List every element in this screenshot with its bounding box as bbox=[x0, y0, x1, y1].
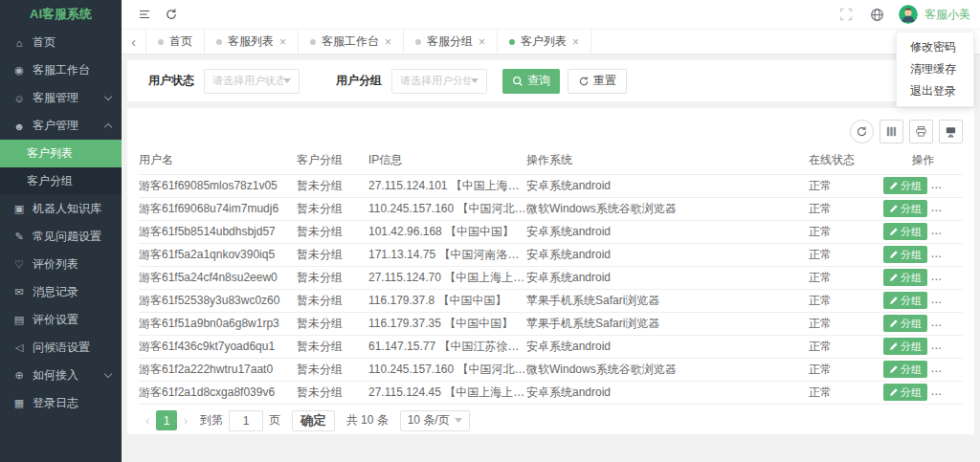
tab-label: 客服列表 bbox=[228, 33, 274, 50]
pencil-icon bbox=[889, 387, 899, 397]
assign-group-button[interactable]: 分组 bbox=[883, 246, 927, 263]
chevron-down-icon bbox=[471, 78, 479, 83]
sidebar-item-robot-knowledge[interactable]: ▣机器人知识库 bbox=[0, 195, 122, 223]
avatar[interactable] bbox=[899, 5, 918, 24]
user-status-placeholder: 请选择用户状态 bbox=[212, 74, 283, 88]
table-row: 游客61f69068u74im7mudj6 暂未分组 110.245.157.1… bbox=[139, 197, 963, 220]
main-content: 用户状态 请选择用户状态 用户分组 请选择用户分组 查询 重置 bbox=[122, 55, 980, 462]
cell-actions: 分组 拉黑 bbox=[883, 220, 963, 243]
table-row: 游客61f2a222hwtru17aat0 暂未分组 110.245.157.1… bbox=[139, 358, 963, 381]
tab-scroll-left-icon[interactable]: ‹ bbox=[122, 30, 146, 54]
cell-actions: 分组 拉黑 bbox=[883, 289, 963, 312]
next-page-icon[interactable]: › bbox=[177, 414, 194, 428]
tab-close-icon[interactable]: × bbox=[385, 36, 391, 48]
goto-confirm-button[interactable]: 确定 bbox=[292, 410, 335, 431]
tab-close-icon[interactable]: × bbox=[479, 36, 485, 48]
table-row: 游客61f52538y3u83wc0z60 暂未分组 116.179.37.8 … bbox=[139, 289, 963, 312]
tab-close-icon[interactable]: × bbox=[279, 36, 286, 48]
globe-icon[interactable] bbox=[870, 8, 884, 22]
blacklist-button[interactable]: 拉黑 bbox=[936, 315, 963, 332]
refresh-icon[interactable] bbox=[165, 8, 178, 21]
menu-toggle-icon[interactable] bbox=[138, 8, 151, 21]
tab-agent-list[interactable]: 客服列表× bbox=[205, 30, 299, 54]
blacklist-button[interactable]: 拉黑 bbox=[936, 338, 963, 355]
tabbar: ‹ 首页客服列表×客服工作台×客服分组×客户列表× bbox=[122, 29, 980, 55]
workbench-icon: ◉ bbox=[12, 64, 26, 77]
blacklist-button[interactable]: 拉黑 bbox=[936, 200, 963, 217]
goto-page-input[interactable] bbox=[229, 410, 263, 431]
prev-page-icon[interactable]: ‹ bbox=[139, 414, 156, 428]
user-menu-item-logout[interactable]: 退出登录 bbox=[897, 80, 973, 102]
cell-actions: 分组 拉黑 bbox=[883, 243, 963, 266]
table-row: 游客61f5a2a1qnkov390iq5 暂未分组 171.13.14.75 … bbox=[139, 243, 963, 266]
robot-icon: ▣ bbox=[12, 203, 26, 215]
assign-group-button[interactable]: 分组 bbox=[883, 338, 927, 355]
user-status-select[interactable]: 请选择用户状态 bbox=[204, 69, 300, 94]
cell-group: 暂未分组 bbox=[297, 289, 368, 312]
cell-os: 苹果手机系统Safari浏览器 bbox=[526, 312, 809, 335]
blacklist-button[interactable]: 拉黑 bbox=[936, 384, 963, 401]
cell-ip: 27.115.124.70 【中国上海上海】 bbox=[368, 266, 526, 289]
cell-username: 游客61f69085mlos78z1v05 bbox=[139, 174, 297, 197]
username[interactable]: 客服小美 bbox=[924, 7, 970, 23]
sidebar-item-home[interactable]: ⌂首页 bbox=[0, 29, 122, 56]
cell-group: 暂未分组 bbox=[297, 197, 368, 220]
sidebar-item-greeting-settings[interactable]: ◁问候语设置 bbox=[0, 334, 122, 362]
sidebar-item-customer-list[interactable]: 客户列表 bbox=[0, 140, 122, 167]
cell-group: 暂未分组 bbox=[297, 266, 368, 289]
sidebar-item-how-to-access[interactable]: ⊕如何接入 bbox=[0, 362, 122, 389]
sidebar-item-rating-settings[interactable]: ▤评价设置 bbox=[0, 306, 122, 334]
user-menu-item-clear-cache[interactable]: 清理缓存 bbox=[897, 58, 973, 80]
user-group-select[interactable]: 请选择用户分组 bbox=[391, 69, 487, 94]
user-menu-item-change-password[interactable]: 修改密码 bbox=[897, 36, 973, 58]
refresh-icon[interactable] bbox=[850, 120, 874, 143]
tab-customer-list[interactable]: 客户列表× bbox=[498, 30, 591, 54]
blacklist-button[interactable]: 拉黑 bbox=[936, 177, 963, 194]
blacklist-button[interactable]: 拉黑 bbox=[936, 246, 963, 263]
chevron-down-icon bbox=[455, 418, 462, 423]
assign-group-button[interactable]: 分组 bbox=[883, 292, 927, 309]
filter-columns-icon[interactable] bbox=[880, 120, 903, 143]
page-size-select[interactable]: 10 条/页 bbox=[400, 410, 470, 431]
pencil-icon bbox=[889, 341, 899, 351]
blacklist-button[interactable]: 拉黑 bbox=[936, 269, 963, 286]
cell-ip: 27.115.124.101 【中国上海上海】 bbox=[368, 174, 526, 197]
assign-group-button[interactable]: 分组 bbox=[883, 177, 927, 194]
print-icon[interactable] bbox=[909, 120, 933, 143]
sidebar-item-message-log[interactable]: ✉消息记录 bbox=[0, 278, 122, 306]
sidebar-item-customer-group[interactable]: 客户分组 bbox=[0, 167, 122, 195]
sidebar-item-label: 评价设置 bbox=[33, 312, 111, 328]
sidebar-item-customer-manage[interactable]: ☻客户管理 bbox=[0, 112, 122, 140]
assign-group-button[interactable]: 分组 bbox=[883, 269, 927, 286]
search-button[interactable]: 查询 bbox=[502, 69, 560, 94]
tab-agent-workbench[interactable]: 客服工作台× bbox=[299, 30, 404, 54]
blacklist-button[interactable]: 拉黑 bbox=[936, 292, 963, 309]
sidebar-item-login-log[interactable]: ▦登录日志 bbox=[0, 389, 122, 417]
assign-group-button[interactable]: 分组 bbox=[883, 223, 927, 240]
tab-close-icon[interactable]: × bbox=[572, 36, 579, 48]
tab-label: 客服分组 bbox=[427, 33, 473, 50]
sidebar-item-rating-list[interactable]: ♡评价列表 bbox=[0, 251, 122, 278]
assign-group-button[interactable]: 分组 bbox=[883, 315, 927, 332]
current-page[interactable]: 1 bbox=[156, 410, 177, 430]
assign-group-button[interactable]: 分组 bbox=[883, 200, 927, 217]
cell-ip: 110.245.157.160 【中国河北承德】 bbox=[368, 358, 526, 381]
blacklist-button[interactable]: 拉黑 bbox=[936, 223, 963, 240]
sidebar-item-agent-workbench[interactable]: ◉客服工作台 bbox=[0, 56, 122, 84]
app-title: AI客服系统 bbox=[0, 0, 122, 29]
cell-username: 游客61f51a9bn0a6g8w1rp3 bbox=[139, 312, 297, 335]
cell-ip: 116.179.37.35 【中国中国】 bbox=[368, 312, 526, 335]
export-icon[interactable] bbox=[939, 120, 963, 143]
cell-actions: 分组 拉黑 bbox=[883, 381, 963, 404]
blacklist-button[interactable]: 拉黑 bbox=[936, 361, 963, 378]
assign-group-button[interactable]: 分组 bbox=[883, 384, 927, 401]
reset-button[interactable]: 重置 bbox=[568, 69, 627, 94]
sidebar-item-faq-settings[interactable]: ✎常见问题设置 bbox=[0, 223, 122, 251]
assign-group-button[interactable]: 分组 bbox=[883, 361, 927, 378]
header-area: 客服小美 ‹ 首页客服列表×客服工作台×客服分组×客户列表× bbox=[122, 0, 980, 55]
tab-home[interactable]: 首页 bbox=[146, 30, 205, 54]
fullscreen-icon[interactable] bbox=[839, 8, 853, 21]
cell-status: 正常 bbox=[809, 289, 883, 312]
tab-agent-group[interactable]: 客服分组× bbox=[404, 30, 498, 54]
sidebar-item-agent-manage[interactable]: ☺客服管理 bbox=[0, 84, 122, 112]
